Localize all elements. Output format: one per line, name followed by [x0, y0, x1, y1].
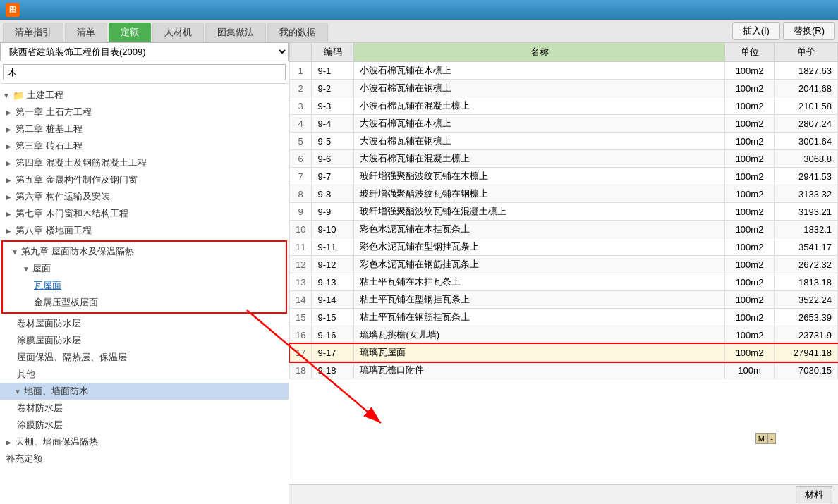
tree-item-root[interactable]: ▼ 📁 土建工程: [0, 87, 289, 104]
cell-price: 1813.18: [775, 273, 838, 291]
table-row[interactable]: 1 9-1 小波石棉瓦铺在木檩上 100m2 1827.63: [290, 62, 838, 80]
cell-num: 6: [290, 150, 312, 168]
table-row[interactable]: 6 9-6 大波石棉瓦铺在混凝土檩上 100m2 3068.8: [290, 150, 838, 168]
cell-price: 2041.68: [775, 80, 838, 97]
cell-num: 5: [290, 133, 312, 150]
cell-code: 9-9: [312, 203, 354, 221]
table-row[interactable]: 9 9-9 玻纤增强聚酯波纹瓦铺在混凝土檩上 100m2 3193.21: [290, 203, 838, 221]
cell-num: 1: [290, 62, 312, 80]
bottom-bar: 材料: [289, 484, 838, 504]
tab-dinge[interactable]: 定额: [109, 23, 151, 42]
cell-name: 小波石棉瓦铺在木檩上: [354, 62, 725, 80]
tree-item-ch6[interactable]: ▶ 第六章 构件运输及安装: [0, 188, 289, 205]
cell-name: 琉璃瓦挑檐(女儿墙): [354, 326, 725, 344]
table-row[interactable]: 14 9-14 粘土平瓦铺在型钢挂瓦条上 100m2 3522.24: [290, 291, 838, 309]
tree-label: 第八章 楼地面工程: [16, 224, 92, 237]
cell-name: 大波石棉瓦铺在混凝土檩上: [354, 150, 725, 168]
tab-rencaiji[interactable]: 人材机: [152, 23, 204, 42]
tree-item-tianpeng[interactable]: ▶ 天棚、墙面保温隔热: [0, 434, 289, 450]
tree-item-ch4[interactable]: ▶ 第四章 混凝土及钢筋混凝土工程: [0, 154, 289, 171]
cell-name: 玻纤增强聚酯波纹瓦铺在木檩上: [354, 168, 725, 185]
cell-name: 琉璃瓦屋面: [354, 344, 725, 362]
tabbar: 清单指引 清单 定额 人材机 图集做法 我的数据 插入(I) 替换(R): [0, 20, 838, 42]
tree-item-juancai2[interactable]: 卷材防水层: [0, 400, 289, 417]
cell-name: 彩色水泥瓦铺在钢筋挂瓦条上: [354, 256, 725, 273]
table-row[interactable]: 10 9-10 彩色水泥瓦铺在木挂瓦条上 100m2 1832.1: [290, 221, 838, 238]
tab-qingdan-zhiyin[interactable]: 清单指引: [3, 23, 63, 42]
tree-label: 地面、墙面防水: [24, 385, 88, 398]
table-row[interactable]: 3 9-3 小波石棉瓦铺在混凝土檩上 100m2 2101.58: [290, 97, 838, 115]
cell-unit: 100m2: [725, 326, 775, 344]
cell-name: 玻纤增强聚酯波纹瓦铺在钢檩上: [354, 185, 725, 203]
data-table: 编码 名称 单位 单价 1 9-1 小波石棉瓦铺在木檩上 100m2 1827.…: [289, 42, 838, 379]
table-row[interactable]: 16 9-16 琉璃瓦挑檐(女儿墙) 100m2 23731.9: [290, 326, 838, 344]
cell-num: 16: [290, 326, 312, 344]
cell-name: 小波石棉瓦铺在混凝土檩上: [354, 97, 725, 115]
cell-unit: 100m2: [725, 203, 775, 221]
cell-price: 3193.21: [775, 203, 838, 221]
tree-label: 其他: [17, 368, 35, 381]
tree-link[interactable]: 瓦屋面: [34, 279, 61, 292]
cell-code: 9-2: [312, 80, 354, 97]
cell-code: 9-5: [312, 133, 354, 150]
cell-code: 9-15: [312, 309, 354, 326]
cell-num: 17: [290, 344, 312, 362]
tree-item-ch1[interactable]: ▶ 第一章 土石方工程: [0, 104, 289, 121]
tree-item-tumo[interactable]: 涂膜屋面防水层: [0, 332, 289, 349]
region-dropdown[interactable]: 陕西省建筑装饰工程价目表(2009): [0, 42, 289, 61]
tree-item-wawumian[interactable]: 瓦屋面: [3, 277, 286, 294]
tab-tujizuofa[interactable]: 图集做法: [205, 23, 266, 42]
cell-num: 9: [290, 203, 312, 221]
tree-item-ch2[interactable]: ▶ 第二章 桩基工程: [0, 121, 289, 137]
cell-code: 9-11: [312, 238, 354, 256]
tree-item-ch8[interactable]: ▶ 第八章 楼地面工程: [0, 222, 289, 239]
cell-unit: 100m2: [725, 344, 775, 362]
table-row[interactable]: 5 9-5 大波石棉瓦铺在钢檩上 100m2 3001.64: [290, 133, 838, 150]
tree-label: 第三章 砖石工程: [16, 140, 83, 152]
table-row[interactable]: 2 9-2 小波石棉瓦铺在钢檩上 100m2 2041.68: [290, 80, 838, 97]
cell-num: 15: [290, 309, 312, 326]
tab-wodeshuju[interactable]: 我的数据: [267, 23, 328, 42]
tree-label: 补充定额: [6, 453, 42, 465]
insert-button[interactable]: 插入(I): [732, 22, 780, 40]
cell-code: 9-10: [312, 221, 354, 238]
table-row[interactable]: 4 9-4 大波石棉瓦铺在木檩上 100m2 2807.24: [290, 115, 838, 133]
tree-item-ch5[interactable]: ▶ 第五章 金属构件制作及钢门窗: [0, 171, 289, 188]
cell-num: 14: [290, 291, 312, 309]
table-row[interactable]: 17 9-17 琉璃瓦屋面 100m2 27941.18: [290, 344, 838, 362]
cell-code: 9-18: [312, 362, 354, 379]
cell-code: 9-17: [312, 344, 354, 362]
tree-item-ch7[interactable]: ▶ 第七章 木门窗和木结构工程: [0, 205, 289, 222]
table-row[interactable]: 12 9-12 彩色水泥瓦铺在钢筋挂瓦条上 100m2 2672.32: [290, 256, 838, 273]
table-row[interactable]: 15 9-15 粘土平瓦铺在钢筋挂瓦条上 100m2 2653.39: [290, 309, 838, 326]
tab-qingdan[interactable]: 清单: [65, 23, 107, 42]
table-row[interactable]: 7 9-7 玻纤增强聚酯波纹瓦铺在木檩上 100m2 2941.53: [290, 168, 838, 185]
tree-item-juancai[interactable]: 卷材屋面防水层: [0, 315, 289, 332]
tree-item-jinshu[interactable]: 金属压型板层面: [3, 294, 286, 311]
table-row[interactable]: 8 9-8 玻纤增强聚酯波纹瓦铺在钢檩上 100m2 3133.32: [290, 185, 838, 203]
tree-item-tumo2[interactable]: 涂膜防水层: [0, 417, 289, 434]
tree-label: 第六章 构件运输及安装: [16, 190, 110, 203]
replace-button[interactable]: 替换(R): [783, 22, 835, 40]
table-row[interactable]: 18 9-18 琉璃瓦檐口附件 100m 7030.15: [290, 362, 838, 379]
table-row[interactable]: 13 9-13 粘土平瓦铺在木挂瓦条上 100m2 1813.18: [290, 273, 838, 291]
search-input[interactable]: [3, 64, 286, 80]
cell-num: 8: [290, 185, 312, 203]
titlebar: 图: [0, 0, 838, 20]
tree-item-dimian[interactable]: ▼ 地面、墙面防水: [0, 383, 289, 400]
material-button[interactable]: 材料: [796, 486, 832, 503]
tree-item-wumian[interactable]: ▼ 屋面: [3, 260, 286, 277]
tree-item-buchong[interactable]: 补充定额: [0, 450, 289, 467]
tree-item-baonuan[interactable]: 屋面保温、隔热层、保温层: [0, 349, 289, 366]
cell-name: 彩色水泥瓦铺在型钢挂瓦条上: [354, 238, 725, 256]
tree-item-ch3[interactable]: ▶ 第三章 砖石工程: [0, 137, 289, 154]
cell-unit: 100m2: [725, 185, 775, 203]
table-scroll[interactable]: 编码 名称 单位 单价 1 9-1 小波石棉瓦铺在木檩上 100m2 1827.…: [289, 42, 838, 484]
tree-item-ch9[interactable]: ▼ 第九章 屋面防水及保温隔热: [3, 243, 286, 260]
cell-price: 3001.64: [775, 133, 838, 150]
col-header-num: [290, 43, 312, 62]
cell-unit: 100m2: [725, 80, 775, 97]
cell-unit: 100m2: [725, 133, 775, 150]
table-row[interactable]: 11 9-11 彩色水泥瓦铺在型钢挂瓦条上 100m2 3541.17: [290, 238, 838, 256]
tree-item-qita[interactable]: 其他: [0, 366, 289, 383]
